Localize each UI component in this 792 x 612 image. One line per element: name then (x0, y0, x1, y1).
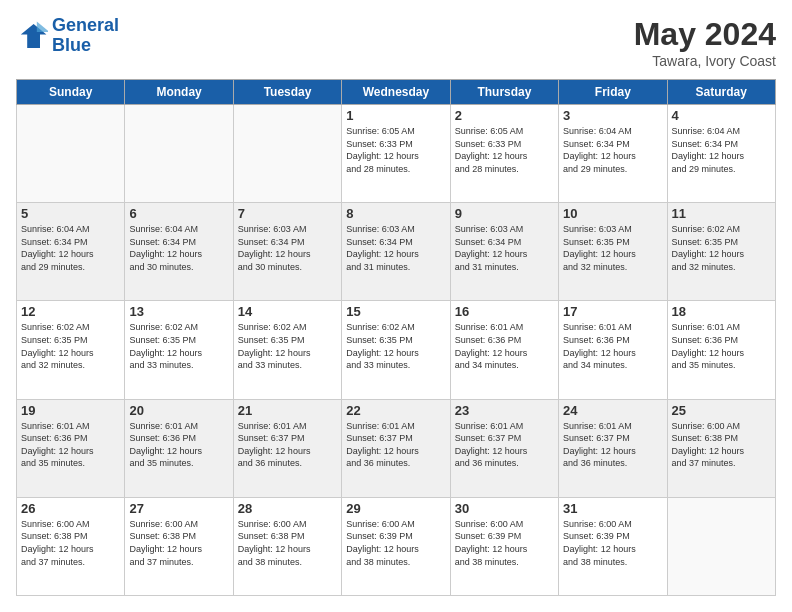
day-number: 24 (563, 403, 662, 418)
day-info: Sunrise: 6:05 AM Sunset: 6:33 PM Dayligh… (346, 125, 445, 175)
day-number: 1 (346, 108, 445, 123)
day-info: Sunrise: 6:00 AM Sunset: 6:38 PM Dayligh… (238, 518, 337, 568)
title-block: May 2024 Tawara, Ivory Coast (634, 16, 776, 69)
day-number: 16 (455, 304, 554, 319)
day-info: Sunrise: 6:00 AM Sunset: 6:38 PM Dayligh… (129, 518, 228, 568)
day-number: 3 (563, 108, 662, 123)
calendar-week-row: 26Sunrise: 6:00 AM Sunset: 6:38 PM Dayli… (17, 497, 776, 595)
col-saturday: Saturday (667, 80, 775, 105)
table-row (17, 105, 125, 203)
table-row: 21Sunrise: 6:01 AM Sunset: 6:37 PM Dayli… (233, 399, 341, 497)
col-friday: Friday (559, 80, 667, 105)
calendar-header-row: Sunday Monday Tuesday Wednesday Thursday… (17, 80, 776, 105)
page: General Blue May 2024 Tawara, Ivory Coas… (0, 0, 792, 612)
day-number: 8 (346, 206, 445, 221)
table-row: 8Sunrise: 6:03 AM Sunset: 6:34 PM Daylig… (342, 203, 450, 301)
day-number: 19 (21, 403, 120, 418)
day-number: 15 (346, 304, 445, 319)
day-number: 21 (238, 403, 337, 418)
table-row: 10Sunrise: 6:03 AM Sunset: 6:35 PM Dayli… (559, 203, 667, 301)
day-info: Sunrise: 6:01 AM Sunset: 6:37 PM Dayligh… (455, 420, 554, 470)
day-info: Sunrise: 6:02 AM Sunset: 6:35 PM Dayligh… (672, 223, 771, 273)
table-row: 11Sunrise: 6:02 AM Sunset: 6:35 PM Dayli… (667, 203, 775, 301)
table-row: 16Sunrise: 6:01 AM Sunset: 6:36 PM Dayli… (450, 301, 558, 399)
day-number: 4 (672, 108, 771, 123)
day-number: 27 (129, 501, 228, 516)
day-number: 26 (21, 501, 120, 516)
table-row: 1Sunrise: 6:05 AM Sunset: 6:33 PM Daylig… (342, 105, 450, 203)
table-row: 14Sunrise: 6:02 AM Sunset: 6:35 PM Dayli… (233, 301, 341, 399)
day-info: Sunrise: 6:00 AM Sunset: 6:39 PM Dayligh… (346, 518, 445, 568)
table-row: 2Sunrise: 6:05 AM Sunset: 6:33 PM Daylig… (450, 105, 558, 203)
day-info: Sunrise: 6:01 AM Sunset: 6:36 PM Dayligh… (21, 420, 120, 470)
calendar-week-row: 19Sunrise: 6:01 AM Sunset: 6:36 PM Dayli… (17, 399, 776, 497)
day-info: Sunrise: 6:01 AM Sunset: 6:37 PM Dayligh… (346, 420, 445, 470)
day-number: 14 (238, 304, 337, 319)
table-row: 22Sunrise: 6:01 AM Sunset: 6:37 PM Dayli… (342, 399, 450, 497)
day-number: 31 (563, 501, 662, 516)
day-info: Sunrise: 6:04 AM Sunset: 6:34 PM Dayligh… (21, 223, 120, 273)
day-number: 6 (129, 206, 228, 221)
calendar-table: Sunday Monday Tuesday Wednesday Thursday… (16, 79, 776, 596)
table-row: 25Sunrise: 6:00 AM Sunset: 6:38 PM Dayli… (667, 399, 775, 497)
col-tuesday: Tuesday (233, 80, 341, 105)
day-info: Sunrise: 6:05 AM Sunset: 6:33 PM Dayligh… (455, 125, 554, 175)
table-row: 26Sunrise: 6:00 AM Sunset: 6:38 PM Dayli… (17, 497, 125, 595)
col-wednesday: Wednesday (342, 80, 450, 105)
day-number: 10 (563, 206, 662, 221)
day-info: Sunrise: 6:04 AM Sunset: 6:34 PM Dayligh… (563, 125, 662, 175)
table-row: 23Sunrise: 6:01 AM Sunset: 6:37 PM Dayli… (450, 399, 558, 497)
header: General Blue May 2024 Tawara, Ivory Coas… (16, 16, 776, 69)
day-number: 23 (455, 403, 554, 418)
day-info: Sunrise: 6:04 AM Sunset: 6:34 PM Dayligh… (129, 223, 228, 273)
day-info: Sunrise: 6:01 AM Sunset: 6:37 PM Dayligh… (563, 420, 662, 470)
logo-line2: Blue (52, 35, 91, 55)
day-number: 29 (346, 501, 445, 516)
table-row: 4Sunrise: 6:04 AM Sunset: 6:34 PM Daylig… (667, 105, 775, 203)
day-info: Sunrise: 6:04 AM Sunset: 6:34 PM Dayligh… (672, 125, 771, 175)
table-row: 29Sunrise: 6:00 AM Sunset: 6:39 PM Dayli… (342, 497, 450, 595)
day-number: 22 (346, 403, 445, 418)
table-row: 7Sunrise: 6:03 AM Sunset: 6:34 PM Daylig… (233, 203, 341, 301)
table-row: 20Sunrise: 6:01 AM Sunset: 6:36 PM Dayli… (125, 399, 233, 497)
table-row: 5Sunrise: 6:04 AM Sunset: 6:34 PM Daylig… (17, 203, 125, 301)
table-row: 3Sunrise: 6:04 AM Sunset: 6:34 PM Daylig… (559, 105, 667, 203)
location: Tawara, Ivory Coast (634, 53, 776, 69)
table-row: 28Sunrise: 6:00 AM Sunset: 6:38 PM Dayli… (233, 497, 341, 595)
day-number: 2 (455, 108, 554, 123)
day-number: 13 (129, 304, 228, 319)
day-number: 9 (455, 206, 554, 221)
day-number: 12 (21, 304, 120, 319)
day-info: Sunrise: 6:03 AM Sunset: 6:34 PM Dayligh… (346, 223, 445, 273)
table-row: 13Sunrise: 6:02 AM Sunset: 6:35 PM Dayli… (125, 301, 233, 399)
calendar-week-row: 12Sunrise: 6:02 AM Sunset: 6:35 PM Dayli… (17, 301, 776, 399)
table-row: 24Sunrise: 6:01 AM Sunset: 6:37 PM Dayli… (559, 399, 667, 497)
table-row: 18Sunrise: 6:01 AM Sunset: 6:36 PM Dayli… (667, 301, 775, 399)
day-number: 18 (672, 304, 771, 319)
table-row: 9Sunrise: 6:03 AM Sunset: 6:34 PM Daylig… (450, 203, 558, 301)
day-info: Sunrise: 6:03 AM Sunset: 6:34 PM Dayligh… (455, 223, 554, 273)
table-row: 6Sunrise: 6:04 AM Sunset: 6:34 PM Daylig… (125, 203, 233, 301)
col-thursday: Thursday (450, 80, 558, 105)
day-info: Sunrise: 6:00 AM Sunset: 6:38 PM Dayligh… (672, 420, 771, 470)
table-row (125, 105, 233, 203)
table-row: 15Sunrise: 6:02 AM Sunset: 6:35 PM Dayli… (342, 301, 450, 399)
logo-line1: General (52, 15, 119, 35)
table-row: 12Sunrise: 6:02 AM Sunset: 6:35 PM Dayli… (17, 301, 125, 399)
day-info: Sunrise: 6:02 AM Sunset: 6:35 PM Dayligh… (346, 321, 445, 371)
day-info: Sunrise: 6:03 AM Sunset: 6:35 PM Dayligh… (563, 223, 662, 273)
day-number: 17 (563, 304, 662, 319)
calendar-week-row: 5Sunrise: 6:04 AM Sunset: 6:34 PM Daylig… (17, 203, 776, 301)
day-number: 11 (672, 206, 771, 221)
logo: General Blue (16, 16, 119, 56)
day-info: Sunrise: 6:02 AM Sunset: 6:35 PM Dayligh… (238, 321, 337, 371)
table-row: 17Sunrise: 6:01 AM Sunset: 6:36 PM Dayli… (559, 301, 667, 399)
table-row: 31Sunrise: 6:00 AM Sunset: 6:39 PM Dayli… (559, 497, 667, 595)
day-info: Sunrise: 6:00 AM Sunset: 6:39 PM Dayligh… (455, 518, 554, 568)
table-row (233, 105, 341, 203)
day-info: Sunrise: 6:01 AM Sunset: 6:37 PM Dayligh… (238, 420, 337, 470)
table-row (667, 497, 775, 595)
day-number: 7 (238, 206, 337, 221)
col-sunday: Sunday (17, 80, 125, 105)
logo-icon (16, 20, 48, 52)
